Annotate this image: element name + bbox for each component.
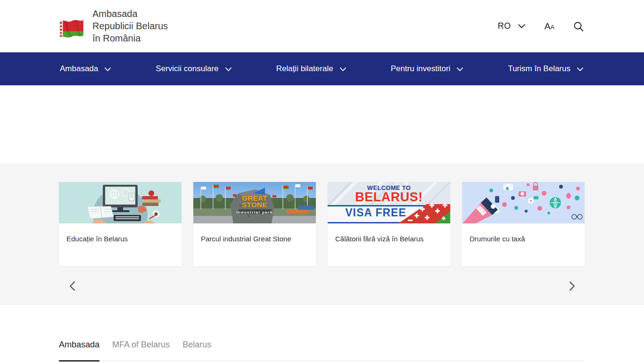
language-current: RO <box>498 21 511 31</box>
promo-card-title: Parcul industrial Great Stone <box>193 223 316 244</box>
site-title: Ambasada Republicii Belarus în România <box>92 8 168 44</box>
promo-card-image-toll-roads <box>462 182 585 223</box>
chevron-down-icon <box>456 67 463 72</box>
nav-item-label: Relații bilaterale <box>276 64 333 74</box>
nav-item-relatii-bilaterale[interactable]: Relații bilaterale <box>276 64 347 74</box>
header: Ambasada Republicii Belarus în România R… <box>0 0 644 52</box>
tab-mfa-of-belarus[interactable]: MFA of Belarus <box>112 335 170 361</box>
promo-card-visa-free[interactable]: WELCOME TO BELARUS! VISA FREE Călătorii … <box>328 182 450 266</box>
nav-item-label: Ambasada <box>60 64 98 74</box>
language-selector[interactable]: RO <box>498 21 526 31</box>
carousel-prev-button[interactable] <box>64 278 81 295</box>
site-logo-home-link[interactable]: Ambasada Republicii Belarus în România <box>59 8 168 44</box>
contact-strip: Telefon de urgență +40724332260 — Viber,… <box>0 85 644 164</box>
chevron-down-icon <box>518 24 526 29</box>
chevron-down-icon <box>577 67 584 72</box>
font-size-large-label: A <box>545 21 551 32</box>
nav-item-label: Servicii consulare <box>156 64 218 74</box>
content-tabs: Ambasada MFA of Belarus Belarus <box>59 335 585 361</box>
promo-card-title: Călătorii fără viză în Belarus <box>328 223 450 244</box>
main-navigation-inner: Ambasada Servicii consulare Relații bila… <box>60 52 584 85</box>
chevron-down-icon <box>225 67 232 72</box>
promo-card-great-stone[interactable]: GREAT STONE industrial park Parcul indus… <box>193 182 316 266</box>
promo-card-title: Educație în Belarus <box>59 223 182 244</box>
promo-card-title: Drumurile cu taxă <box>462 223 585 244</box>
font-size-toggle[interactable]: AA <box>545 21 554 32</box>
belarus-flag-icon <box>59 18 84 40</box>
search-button[interactable] <box>572 20 585 33</box>
site-title-line2: Republicii Belarus <box>92 20 168 32</box>
nav-item-turism-in-belarus[interactable]: Turism în Belarus <box>508 64 584 74</box>
promo-card-image-education <box>59 182 182 223</box>
chevron-left-icon <box>69 281 75 291</box>
promo-carousel: Educație în Belarus <box>0 164 644 305</box>
tab-belarus[interactable]: Belarus <box>182 335 211 361</box>
chevron-down-icon <box>339 67 347 72</box>
site-title-line3: în România <box>92 32 168 44</box>
tab-ambasada[interactable]: Ambasada <box>59 335 99 361</box>
nav-item-label: Turism în Belarus <box>508 64 570 74</box>
nav-item-label: Pentru investitori <box>391 64 451 74</box>
nav-item-pentru-investitori[interactable]: Pentru investitori <box>391 64 464 74</box>
chevron-down-icon <box>104 67 111 72</box>
promo-card-image-great-stone: GREAT STONE industrial park <box>193 182 316 223</box>
nav-item-ambasada[interactable]: Ambasada <box>60 64 111 74</box>
carousel-next-button[interactable] <box>563 278 580 295</box>
promo-card-educatie[interactable]: Educație în Belarus <box>59 182 182 266</box>
search-icon <box>573 21 584 32</box>
font-size-small-label: A <box>550 24 554 31</box>
promo-card-toll-roads[interactable]: Drumurile cu taxă <box>462 182 585 266</box>
site-title-line1: Ambasada <box>92 8 168 20</box>
header-controls: RO AA <box>498 0 585 52</box>
embassy-homepage: Ambasada Republicii Belarus în România R… <box>0 0 644 362</box>
main-navigation: Ambasada Servicii consulare Relații bila… <box>0 52 644 85</box>
promo-card-image-visa-free: WELCOME TO BELARUS! VISA FREE <box>328 182 450 223</box>
nav-item-servicii-consulare[interactable]: Servicii consulare <box>156 64 231 74</box>
promo-cards: Educație în Belarus <box>59 182 585 266</box>
chevron-right-icon <box>569 281 575 291</box>
